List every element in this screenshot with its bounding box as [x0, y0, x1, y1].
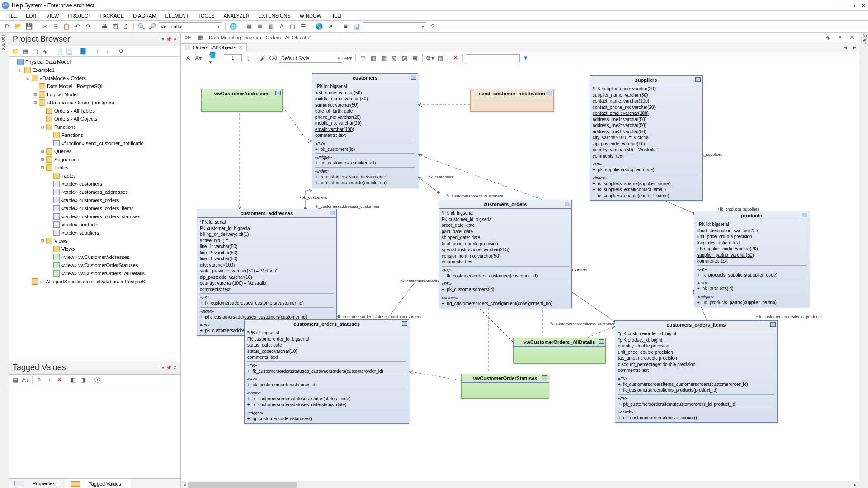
fill-icon[interactable]: 🪣▾	[209, 54, 218, 63]
entity-vwcustomerorderstatuses[interactable]: vwCustomerOrderStatuses	[461, 374, 549, 399]
scroll-thumb[interactable]	[188, 482, 297, 488]
toolbox-tab[interactable]: Toolbox	[0, 33, 9, 488]
tree-row[interactable]: ⊟Example1	[9, 66, 180, 74]
tree-row[interactable]: Physical Data Model	[9, 58, 180, 66]
entity-customers-orders-statuses[interactable]: customers_orders_statuses*PK id: bigseri…	[244, 319, 409, 424]
doc2-icon[interactable]: 📃	[65, 47, 74, 56]
tree-row[interactable]: Views	[9, 245, 180, 253]
panel-close-icon[interactable]: ✕	[173, 37, 177, 42]
chart-icon[interactable]: 📊	[352, 22, 361, 31]
tree-row[interactable]: Tables	[9, 172, 180, 180]
menu-window[interactable]: WINDOW	[296, 12, 325, 19]
delete-icon[interactable]: ✕	[451, 54, 460, 63]
entity-customers-orders-items[interactable]: customers_orders_items*pfK customerorder…	[615, 320, 778, 423]
project-tree[interactable]: Physical Data Model⊟Example1⊟«DataModel»…	[9, 57, 180, 361]
tree-row[interactable]: ⊞Sequences	[9, 155, 180, 164]
print-icon[interactable]: 🖶	[99, 22, 108, 31]
down-icon[interactable]: ↓	[103, 47, 112, 56]
new-element-icon[interactable]: ▢	[31, 47, 40, 56]
tag-info-icon[interactable]: ⓘ	[93, 375, 102, 385]
tree-row[interactable]: Functions	[9, 131, 180, 139]
print-preview-icon[interactable]: 🖼	[110, 22, 119, 31]
tree-row[interactable]: ⊟Tables	[9, 164, 180, 172]
tab-nav-next-icon[interactable]: ▸	[850, 43, 859, 52]
diagram-canvas[interactable]: +pk_customers +fk_customersaddresses_cus…	[181, 64, 859, 481]
tag-edit-icon[interactable]: ✎	[35, 375, 44, 385]
tree-row[interactable]: Data Model - PostgreSQL	[9, 82, 180, 90]
entity-products[interactable]: products*PK id: bigserial short_descript…	[694, 211, 809, 307]
tagged-close-icon[interactable]: ✕	[173, 365, 177, 370]
find-icon[interactable]: 🔎	[148, 22, 157, 31]
filter-input[interactable]	[466, 54, 520, 62]
crumb-btn2-icon[interactable]: ▾	[835, 33, 844, 42]
entity-vwcustomerorders-alldetails[interactable]: vwCustomerOrders_AllDetails	[513, 338, 606, 364]
style-apply-icon[interactable]: ➜▾	[344, 54, 353, 63]
panel-pin-icon[interactable]: 📌	[166, 37, 171, 42]
menu-edit[interactable]: EDIT	[22, 12, 41, 19]
tab-properties[interactable]: Properties	[9, 479, 65, 488]
tree-row[interactable]: «table» customers_orders_statuses	[9, 212, 180, 221]
tag-misc1-icon[interactable]: ◧	[69, 375, 78, 385]
new-icon[interactable]: 🗋	[3, 22, 12, 31]
zoom-input[interactable]	[224, 54, 242, 62]
tree-row[interactable]: «table» customers	[9, 180, 180, 188]
tree-row[interactable]: ⊞Queries	[9, 147, 180, 155]
crumb-close-icon[interactable]: ✕	[847, 33, 856, 42]
entity-customers[interactable]: customers*PK id: bigserial first_name: v…	[312, 73, 418, 188]
filter-icon[interactable]: ▼	[521, 54, 530, 63]
refresh-icon[interactable]: ⟳	[117, 47, 126, 56]
note-icon[interactable]: ▢	[288, 22, 297, 31]
entity-vwcustomeraddresses[interactable]: vwCustomerAddresses	[201, 89, 283, 112]
tag-delete-icon[interactable]: ✕	[55, 375, 64, 385]
tag-misc2-icon[interactable]: ◨	[79, 375, 88, 385]
globe-icon[interactable]: 🌐	[229, 22, 238, 31]
horizontal-scrollbar[interactable]: ◂ ▸	[181, 481, 859, 488]
tab-close-icon[interactable]: ✕	[239, 45, 243, 51]
tree-row[interactable]: Orders - All Objects	[9, 115, 180, 123]
menu-tools[interactable]: TOOLS	[194, 12, 218, 19]
new-package-icon[interactable]: 📁	[11, 47, 20, 56]
maximize-button[interactable]: ▭	[849, 2, 855, 9]
workspace-combo[interactable]	[363, 22, 426, 31]
tab-tagged-values[interactable]: Tagged Values	[65, 479, 131, 488]
nav-back-icon[interactable]: ≫	[184, 33, 193, 42]
align6-icon[interactable]: ▩	[410, 54, 420, 63]
cut-icon[interactable]: ✂	[40, 22, 49, 31]
menu-help[interactable]: HELP	[327, 12, 347, 19]
panel-dropdown-icon[interactable]: ▾	[162, 37, 164, 42]
tree-row[interactable]: «table» products	[9, 221, 180, 229]
menu-view[interactable]: VIEW	[42, 12, 62, 19]
close-button[interactable]: ✕	[861, 2, 866, 9]
entity-suppliers[interactable]: suppliers*PK supplier_code: varchar(20) …	[590, 75, 703, 201]
book-icon[interactable]: 📘	[79, 47, 88, 56]
layout2-icon[interactable]: ▤	[255, 22, 264, 31]
list-icon[interactable]: ☰	[299, 22, 308, 31]
up-icon[interactable]: ↑	[93, 47, 102, 56]
menu-project[interactable]: PROJECT	[64, 12, 94, 19]
align1-icon[interactable]: ▤	[359, 54, 368, 63]
tag-cat-icon[interactable]: ▤	[11, 375, 20, 385]
menu-file[interactable]: FILE	[3, 12, 20, 19]
gear-icon[interactable]: ⚙▾	[425, 54, 434, 63]
layout4-icon[interactable]: ▣	[341, 22, 350, 31]
tree-row[interactable]: «table» customers_orders	[9, 196, 180, 204]
tab-nav-prev-icon[interactable]: ◂	[841, 43, 850, 52]
tree-row[interactable]: ⊞Logical Model	[9, 90, 180, 99]
align4-icon[interactable]: ▧	[390, 54, 399, 63]
world-icon[interactable]: 🌎	[315, 22, 324, 31]
style-combo[interactable]: Default Style	[279, 54, 342, 63]
tag-add-icon[interactable]: +	[45, 375, 54, 385]
tree-row[interactable]: «table» suppliers	[9, 229, 180, 237]
scroll-left-icon[interactable]: ◂	[181, 481, 188, 488]
tree-row[interactable]: ⊟«DataModel» Orders	[9, 74, 180, 82]
tree-row[interactable]: Orders - All Tables	[9, 107, 180, 115]
zoom-spin-icon[interactable]: ⇅	[243, 54, 252, 63]
menu-extensions[interactable]: EXTENSIONS	[255, 12, 294, 19]
align3-icon[interactable]: ▦	[379, 54, 388, 63]
tree-row[interactable]: «view» vwCustomerOrderStatuses	[9, 261, 180, 269]
tree-row[interactable]: ⊟«Database» Orders (postgres)	[9, 99, 180, 107]
text-icon[interactable]: A	[277, 22, 286, 31]
printer-icon[interactable]: 🖨	[121, 22, 130, 31]
font-icon[interactable]: A	[184, 54, 193, 63]
minimize-button[interactable]: —	[838, 2, 844, 9]
